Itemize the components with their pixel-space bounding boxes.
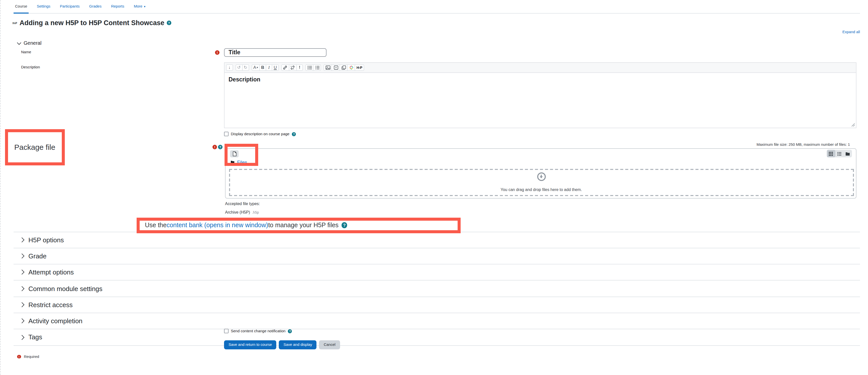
tab-course[interactable]: Course: [13, 0, 29, 13]
insert-image-icon[interactable]: [323, 64, 332, 71]
required-legend: ! Required: [17, 354, 39, 359]
chevron-right-icon: [19, 254, 24, 258]
accepted-file-types-label: Accepted file types:: [225, 202, 260, 206]
screenshot-edge-artifact: [0, 0, 0, 375]
insert-media-icon[interactable]: [332, 64, 340, 71]
required-icon: !: [215, 50, 219, 55]
link-icon[interactable]: [281, 64, 289, 71]
help-glyph: ?: [289, 329, 291, 333]
collapsed-sections: H5P options Grade Attempt options Common…: [13, 232, 860, 346]
content-bank-note: Use the content bank (opens in new windo…: [145, 222, 347, 229]
section-label: Common module settings: [28, 285, 102, 292]
prevent-autolink-button[interactable]: !: [296, 64, 303, 71]
name-input[interactable]: [224, 48, 327, 57]
help-icon[interactable]: ?: [218, 145, 222, 149]
bold-button[interactable]: B: [259, 64, 266, 71]
help-icon[interactable]: ?: [292, 132, 296, 136]
list-view-icon[interactable]: [835, 150, 843, 157]
description-textarea[interactable]: Description: [224, 73, 857, 128]
accepted-file-type-row: Archive (H5P) .h5p: [225, 210, 259, 214]
content-bank-suffix: to manage your H5P files: [268, 222, 339, 229]
section-restrict-access[interactable]: Restrict access: [13, 297, 860, 313]
download-arrow-icon: [537, 172, 546, 181]
section-general-label: General: [24, 40, 41, 46]
section-h5p-options[interactable]: H5P options: [13, 232, 860, 248]
unordered-list-icon[interactable]: [305, 64, 313, 71]
tab-grades[interactable]: Grades: [88, 0, 103, 13]
chevron-right-icon: [19, 286, 24, 291]
file-picker-annotation-box: [224, 144, 258, 166]
tab-more[interactable]: More▾: [132, 0, 147, 13]
help-icon[interactable]: ?: [167, 21, 171, 25]
tab-more-label: More: [134, 4, 143, 9]
chevron-right-icon: [19, 237, 24, 242]
tab-reports[interactable]: Reports: [110, 0, 126, 13]
description-label: Description: [21, 65, 40, 69]
grid-view-icon[interactable]: [827, 150, 835, 157]
section-general-header[interactable]: General: [18, 40, 41, 46]
package-file-label: Package file: [14, 143, 55, 151]
underline-button[interactable]: U: [272, 64, 279, 71]
chevron-right-icon: [19, 335, 24, 340]
manage-files-icon[interactable]: [340, 64, 348, 71]
section-label: Restrict access: [28, 301, 72, 309]
chevron-right-icon: [19, 270, 24, 275]
section-activity-completion[interactable]: Activity completion: [13, 313, 860, 329]
content-bank-link[interactable]: content bank (opens in new window): [166, 222, 268, 229]
description-text: Description: [228, 76, 852, 82]
section-common-module-settings[interactable]: Common module settings: [13, 281, 860, 297]
drag-drop-text: You can drag and drop files here to add …: [230, 187, 853, 192]
section-label: Attempt options: [28, 268, 74, 276]
chevron-right-icon: [19, 302, 24, 307]
display-description-checkbox[interactable]: [224, 132, 228, 136]
tab-participants-label: Participants: [60, 4, 80, 9]
unlink-icon[interactable]: [288, 64, 297, 71]
undo-icon[interactable]: ↺: [235, 64, 242, 71]
tab-settings[interactable]: Settings: [35, 0, 52, 13]
toolbar-collapse-icon[interactable]: ↓: [226, 64, 233, 71]
drag-drop-area[interactable]: You can drag and drop files here to add …: [229, 169, 854, 196]
save-and-return-button[interactable]: Save and return to course: [224, 340, 277, 349]
view-toggle-group: [827, 150, 852, 157]
tab-grades-label: Grades: [89, 4, 101, 9]
help-glyph: ?: [293, 133, 295, 136]
max-file-info: Maximum file size: 250 MB, maximum numbe…: [756, 142, 850, 147]
send-notification-label: Send content change notification: [231, 329, 285, 333]
cancel-button[interactable]: Cancel: [319, 340, 340, 349]
ordered-list-icon[interactable]: [313, 64, 321, 71]
insert-h5p-button[interactable]: H-P: [354, 64, 364, 71]
font-style-button[interactable]: A▾: [252, 64, 260, 71]
section-label: Tags: [28, 334, 42, 341]
h5p-activity-icon: H-P: [12, 21, 17, 24]
display-description-row: Display description on course page ?: [224, 132, 296, 136]
section-tags[interactable]: Tags: [13, 329, 860, 346]
send-notification-checkbox[interactable]: [224, 329, 228, 333]
section-label: H5P options: [28, 236, 64, 243]
required-icon: !: [17, 355, 21, 359]
help-icon[interactable]: ?: [342, 223, 347, 228]
required-label: Required: [24, 354, 39, 359]
section-grade[interactable]: Grade: [13, 248, 860, 265]
italic-button[interactable]: I: [266, 64, 272, 71]
form-actions: Save and return to course Save and displ…: [224, 340, 340, 349]
font-style-label: A: [253, 65, 256, 70]
tab-participants[interactable]: Participants: [59, 0, 81, 13]
required-glyph: !: [214, 145, 215, 149]
editor-toolbar: ↓ ↺ ↻ A▾ B I U !: [224, 62, 857, 73]
help-icon[interactable]: ?: [288, 329, 292, 333]
required-icon: !: [213, 145, 217, 149]
chevron-down-icon: ▾: [144, 5, 146, 8]
redo-icon[interactable]: ↻: [242, 64, 249, 71]
page-header: H-P Adding a new H5P to H5P Content Show…: [12, 19, 171, 27]
tree-view-folder-icon[interactable]: [843, 150, 852, 157]
file-manager: Files You can drag and drop files here t…: [225, 148, 857, 198]
tab-settings-label: Settings: [37, 4, 50, 9]
accepted-type-extension: .h5p: [252, 211, 259, 214]
save-and-display-button[interactable]: Save and display: [279, 340, 317, 349]
name-label: Name: [21, 50, 31, 54]
expand-all-link[interactable]: Expand all: [842, 30, 860, 34]
section-attempt-options[interactable]: Attempt options: [13, 264, 860, 281]
required-glyph: !: [217, 51, 218, 54]
emoji-picker-icon[interactable]: [347, 64, 355, 71]
resize-grip-icon[interactable]: [851, 123, 855, 126]
